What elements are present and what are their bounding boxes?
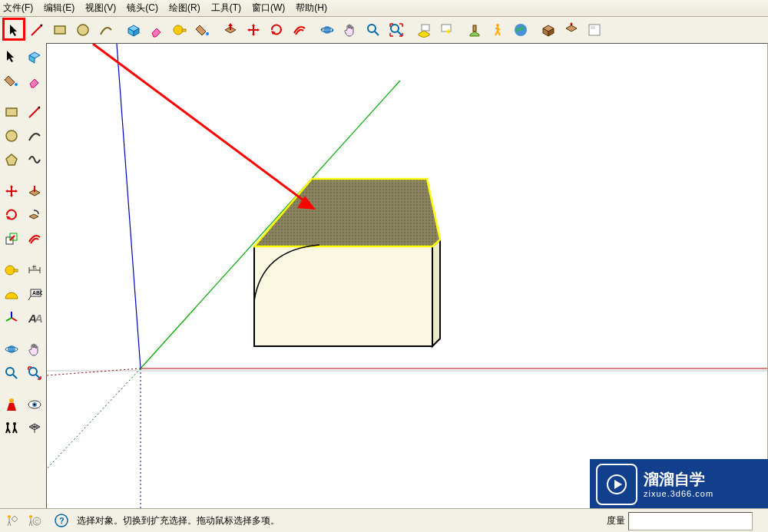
watermark: 溜溜自学 zixue.3d66.com xyxy=(590,459,768,509)
pan-tool-button-2[interactable] xyxy=(24,339,45,360)
measurement-input[interactable] xyxy=(628,512,753,530)
eraser-tool-button[interactable] xyxy=(146,19,167,41)
credits-icon[interactable]: C xyxy=(25,511,43,530)
3d-text-tool-button[interactable]: AA xyxy=(24,307,45,329)
polygon-tool-button[interactable] xyxy=(1,149,22,170)
offset-tool-button-2[interactable] xyxy=(24,228,45,249)
protractor-tool-button[interactable] xyxy=(1,283,22,305)
zoom-extents-button[interactable] xyxy=(386,19,407,41)
zoom-tool-button-2[interactable] xyxy=(1,362,22,384)
menu-window[interactable]: 窗口(W) xyxy=(252,2,285,15)
dimension-tool-button[interactable]: 长 xyxy=(24,259,45,281)
svg-marker-21 xyxy=(570,22,573,25)
scale-tool-button[interactable] xyxy=(1,228,22,249)
svg-point-78 xyxy=(29,515,32,518)
freehand-tool-button[interactable] xyxy=(24,149,45,170)
viewport[interactable] xyxy=(46,43,768,509)
extension-warehouse-button[interactable] xyxy=(561,19,582,41)
zoom-tool-button[interactable] xyxy=(362,19,384,41)
svg-point-7 xyxy=(206,32,209,35)
get-models-button[interactable] xyxy=(413,19,435,41)
svg-line-52 xyxy=(13,375,17,378)
svg-rect-16 xyxy=(422,25,429,31)
move-tool-button-2[interactable] xyxy=(1,180,22,202)
svg-marker-76 xyxy=(614,480,622,489)
follow-me-button[interactable] xyxy=(24,204,45,226)
svg-line-15 xyxy=(398,31,402,35)
pan-tool-button[interactable] xyxy=(339,19,361,41)
menu-camera[interactable]: 镜头(C) xyxy=(127,2,158,15)
circle-tool-button[interactable] xyxy=(72,19,94,41)
menubar: 文件(F) 编辑(E) 视图(V) 镜头(C) 绘图(R) 工具(T) 窗口(W… xyxy=(0,0,768,17)
rotate-tool-button-2[interactable] xyxy=(1,204,22,226)
help-icon[interactable]: ? xyxy=(52,511,71,530)
make-component-button-2[interactable] xyxy=(24,46,45,68)
svg-text:?: ? xyxy=(59,516,65,525)
svg-rect-18 xyxy=(473,25,476,31)
svg-marker-68 xyxy=(254,246,432,346)
walk-tool-button[interactable] xyxy=(487,19,508,41)
menu-view[interactable]: 视图(V) xyxy=(85,2,116,15)
menu-draw[interactable]: 绘图(R) xyxy=(169,2,200,15)
push-pull-button[interactable] xyxy=(220,19,241,41)
offset-tool-button[interactable] xyxy=(289,19,310,41)
add-location-button[interactable] xyxy=(464,19,485,41)
geo-location-icon[interactable] xyxy=(3,511,22,530)
svg-line-1 xyxy=(31,25,42,35)
position-camera-button[interactable] xyxy=(1,394,22,415)
select-tool-button[interactable] xyxy=(3,19,25,41)
svg-rect-17 xyxy=(442,25,451,31)
rotate-tool-button[interactable] xyxy=(266,19,287,41)
svg-line-66 xyxy=(117,44,141,368)
svg-rect-6 xyxy=(182,29,186,31)
push-pull-button-2[interactable] xyxy=(24,180,45,202)
menu-file[interactable]: 文件(F) xyxy=(3,2,33,15)
menu-edit[interactable]: 编辑(E) xyxy=(44,2,74,15)
menu-help[interactable]: 帮助(H) xyxy=(296,2,327,15)
arc-tool-button-2[interactable] xyxy=(24,125,45,147)
svg-marker-30 xyxy=(6,154,17,165)
svg-point-60 xyxy=(13,422,16,425)
paint-bucket-button-2[interactable] xyxy=(1,70,22,91)
orbit-tool-button-2[interactable] xyxy=(1,339,22,360)
circle-tool-button-2[interactable] xyxy=(1,125,22,147)
svg-line-73 xyxy=(93,44,312,207)
look-around-button[interactable] xyxy=(24,394,45,415)
zoom-extents-button-2[interactable] xyxy=(24,362,45,384)
make-component-button[interactable] xyxy=(123,19,144,41)
layout-button[interactable] xyxy=(584,19,605,41)
3d-warehouse-button[interactable] xyxy=(538,19,559,41)
tape-measure-button-2[interactable] xyxy=(1,259,22,281)
svg-point-4 xyxy=(78,25,88,35)
svg-point-59 xyxy=(6,422,9,425)
line-tool-button-2[interactable] xyxy=(24,101,45,123)
walk-tool-button-2[interactable] xyxy=(1,418,22,439)
tape-measure-button[interactable] xyxy=(169,19,190,41)
toggle-terrain-button[interactable] xyxy=(510,19,531,41)
rectangle-tool-button-2[interactable] xyxy=(1,101,22,123)
axes-tool-button[interactable] xyxy=(1,307,22,329)
line-tool-button[interactable] xyxy=(26,19,48,41)
select-tool-button-2[interactable] xyxy=(1,46,22,68)
arc-tool-button[interactable] xyxy=(95,19,117,41)
top-toolbar xyxy=(0,17,768,44)
text-tool-button[interactable]: ABC xyxy=(24,283,45,305)
rectangle-tool-button[interactable] xyxy=(49,19,71,41)
play-icon xyxy=(596,464,637,505)
svg-marker-72 xyxy=(254,179,440,246)
orbit-tool-button[interactable] xyxy=(316,19,338,41)
status-bar: C ? 选择对象。切换到扩充选择。拖动鼠标选择多项。 度量 xyxy=(0,508,768,532)
svg-text:C: C xyxy=(35,518,39,525)
move-tool-button[interactable] xyxy=(243,19,264,41)
paint-bucket-button[interactable] xyxy=(192,19,214,41)
svg-marker-69 xyxy=(432,240,440,346)
menu-tools[interactable]: 工具(T) xyxy=(211,2,241,15)
section-plane-button[interactable] xyxy=(24,418,45,439)
svg-rect-36 xyxy=(14,269,18,272)
svg-point-19 xyxy=(496,24,499,27)
svg-marker-24 xyxy=(7,51,14,62)
eraser-tool-button-2[interactable] xyxy=(24,70,45,91)
svg-marker-0 xyxy=(10,25,17,36)
svg-point-29 xyxy=(6,131,17,141)
share-model-button[interactable] xyxy=(436,19,458,41)
